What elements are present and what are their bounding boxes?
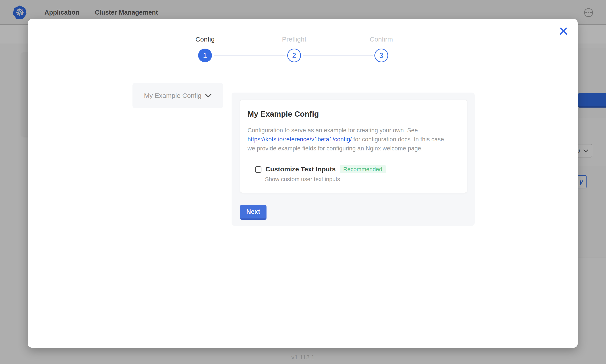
recommended-badge: Recommended bbox=[340, 165, 386, 173]
config-wizard-modal: Config Preflight Confirm 1 2 3 My Exampl… bbox=[28, 19, 578, 348]
config-group-select[interactable]: My Example Config bbox=[133, 83, 223, 108]
close-button[interactable] bbox=[558, 26, 569, 37]
checkbox-help-text: Show custom user text inputs bbox=[265, 176, 340, 183]
step-label-confirm: Confirm bbox=[370, 35, 393, 43]
config-panel: My Example Config Configuration to serve… bbox=[232, 92, 475, 226]
screen: ☸ Application Cluster Management 0 y v1.… bbox=[0, 0, 606, 364]
step-label-preflight: Preflight bbox=[282, 35, 306, 43]
checkbox-option-row: Customize Text Inputs Recommended bbox=[265, 165, 386, 174]
config-card: My Example Config Configuration to serve… bbox=[240, 100, 467, 193]
step-connector bbox=[303, 55, 373, 56]
checkbox-label: Customize Text Inputs bbox=[265, 165, 336, 173]
customize-text-inputs-checkbox[interactable] bbox=[255, 166, 262, 173]
description-line1: Configuration to serve as an example for… bbox=[248, 127, 418, 134]
next-button[interactable]: Next bbox=[240, 205, 266, 220]
step-circle-preflight: 2 bbox=[287, 49, 301, 62]
step-label-config: Config bbox=[195, 35, 215, 43]
close-icon bbox=[560, 27, 567, 35]
config-docs-link[interactable]: https://kots.io/reference/v1beta1/config… bbox=[248, 136, 352, 143]
config-group-label: My Example Config bbox=[144, 92, 202, 99]
chevron-down-icon bbox=[205, 94, 212, 98]
config-card-title: My Example Config bbox=[248, 110, 319, 118]
step-circle-config: 1 bbox=[198, 49, 212, 62]
step-connector bbox=[214, 55, 286, 56]
description-line3: we provide example fields for configurin… bbox=[248, 145, 423, 152]
step-circle-confirm: 3 bbox=[374, 49, 388, 62]
config-card-description: Configuration to serve as an example for… bbox=[248, 126, 461, 153]
description-line2: for configuration docs. In this case, bbox=[352, 136, 446, 143]
